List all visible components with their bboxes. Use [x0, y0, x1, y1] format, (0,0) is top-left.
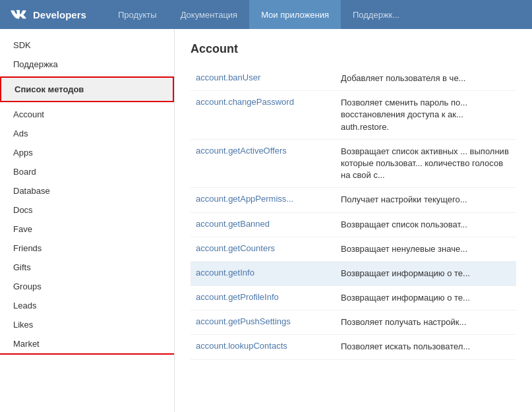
nav-products[interactable]: Продукты — [106, 0, 169, 29]
sidebar-item-board[interactable]: Board — [0, 162, 174, 181]
nav-links: Продукты Документация Мои приложения Под… — [106, 0, 532, 29]
sidebar-item-database[interactable]: Database — [0, 181, 174, 200]
sidebar-item-market[interactable]: Market — [0, 334, 174, 355]
logo[interactable]: Developers — [7, 4, 86, 25]
sidebar: SDK Поддержка Список методов Account Ads… — [0, 29, 175, 412]
method-desc: Добавляет пользователя в чe... — [336, 67, 516, 91]
sidebar-item-sdk[interactable]: SDK — [0, 36, 174, 55]
method-desc: Возвращает информацию о те... — [336, 261, 516, 285]
table-row: account.changePasswordПозволяет сменить … — [191, 91, 516, 140]
method-name[interactable]: account.banUser — [191, 67, 336, 91]
method-name[interactable]: account.lookupContacts — [191, 335, 336, 359]
vk-logo-icon — [7, 4, 28, 25]
top-nav: Developers Продукты Документация Мои при… — [0, 0, 532, 29]
method-table: account.banUserДобавляет пользователя в … — [191, 67, 516, 360]
main-content: Account account.banUserДобавляет пользов… — [175, 29, 532, 412]
method-desc: Возвращает список активных ... выполнив … — [336, 139, 516, 188]
table-row: account.banUserДобавляет пользователя в … — [191, 67, 516, 91]
sidebar-item-support[interactable]: Поддержка — [0, 55, 174, 74]
method-name[interactable]: account.getAppPermiss... — [191, 188, 336, 212]
nav-docs[interactable]: Документация — [169, 0, 250, 29]
sidebar-item-leads[interactable]: Leads — [0, 296, 174, 315]
method-desc: Позволяет получать настройк... — [336, 310, 516, 335]
method-name[interactable]: account.getInfo — [191, 261, 336, 285]
sidebar-item-docs[interactable]: Docs — [0, 200, 174, 220]
sidebar-item-fave[interactable]: Fave — [0, 220, 174, 239]
method-desc: Позволяет искать пользовател... — [336, 335, 516, 359]
method-name[interactable]: account.getBanned — [191, 212, 336, 237]
section-title: Account — [191, 42, 516, 56]
sidebar-item-friends[interactable]: Friends — [0, 239, 174, 258]
table-row: account.getCountersВозвращает ненулевые … — [191, 237, 516, 261]
sidebar-item-account[interactable]: Account — [0, 105, 174, 124]
sidebar-item-likes[interactable]: Likes — [0, 315, 174, 334]
table-row: account.getAppPermiss...Получает настрой… — [191, 188, 516, 212]
table-row: account.getPushSettingsПозволяет получат… — [191, 310, 516, 335]
method-desc: Возвращает список пользоват... — [336, 212, 516, 237]
table-row: account.lookupContactsПозволяет искать п… — [191, 335, 516, 359]
table-row: account.getProfileInfoВозвращает информа… — [191, 286, 516, 310]
sidebar-item-ads[interactable]: Ads — [0, 124, 174, 143]
method-name[interactable]: account.getProfileInfo — [191, 286, 336, 310]
sidebar-item-apps[interactable]: Apps — [0, 143, 174, 162]
nav-support[interactable]: Поддержк... — [341, 0, 411, 29]
method-desc: Возвращает информацию о те... — [336, 286, 516, 310]
layout: SDK Поддержка Список методов Account Ads… — [0, 29, 532, 412]
table-row: account.getBannedВозвращает список польз… — [191, 212, 516, 237]
table-row: account.getInfoВозвращает информацию о т… — [191, 261, 516, 285]
nav-myapps[interactable]: Мои приложения — [249, 0, 341, 29]
sidebar-item-method-list[interactable]: Список методов — [0, 76, 174, 102]
method-desc: Возвращает ненулевые значе... — [336, 237, 516, 261]
method-name[interactable]: account.getPushSettings — [191, 310, 336, 335]
method-name[interactable]: account.getCounters — [191, 237, 336, 261]
method-name[interactable]: account.getActiveOffers — [191, 139, 336, 188]
sidebar-item-groups[interactable]: Groups — [0, 277, 174, 296]
table-row: account.getActiveOffersВозвращает список… — [191, 139, 516, 188]
sidebar-item-gifts[interactable]: Gifts — [0, 258, 174, 277]
method-desc: Получает настройки текущего... — [336, 188, 516, 212]
logo-text: Developers — [33, 9, 86, 20]
method-desc: Позволяет сменить пароль по... восстанов… — [336, 91, 516, 140]
method-name[interactable]: account.changePassword — [191, 91, 336, 140]
